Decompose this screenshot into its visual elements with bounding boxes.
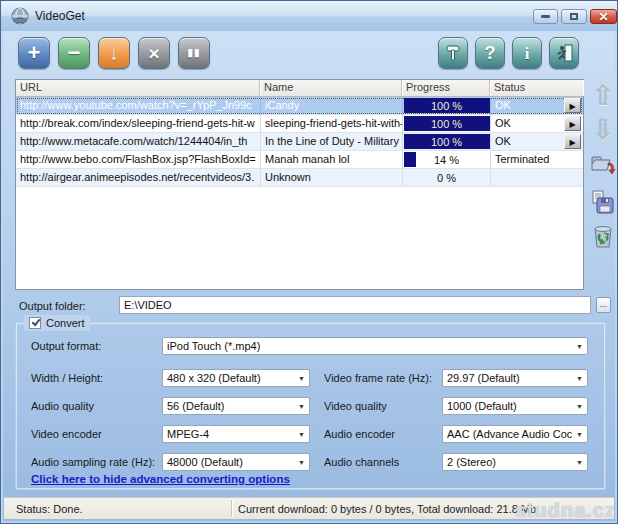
output-folder-input[interactable]: E:\VIDEO xyxy=(119,296,591,314)
move-up-button[interactable]: ⇧ xyxy=(589,81,617,111)
progress-label: 100 % xyxy=(431,118,462,130)
play-button[interactable]: ▶ xyxy=(564,134,581,149)
info-icon: i xyxy=(525,45,530,62)
audio-encoder-select[interactable]: AAC (Advance Audio Coc▼ xyxy=(442,425,588,443)
cell-status xyxy=(490,169,583,186)
status-value: OK xyxy=(495,135,511,147)
videoget-window: VideoGet ✕ + − ↓ × ▮▮ ? i URL Name Progr… xyxy=(0,0,618,524)
cancel-download-button[interactable]: × xyxy=(138,37,170,69)
video-quality-select[interactable]: 1000 (Default)▼ xyxy=(442,397,588,415)
settings-button[interactable] xyxy=(438,37,468,69)
table-row[interactable]: http://www.bebo.com/FlashBox.jsp?FlashBo… xyxy=(16,151,583,169)
question-icon: ? xyxy=(485,44,496,62)
clear-list-button[interactable] xyxy=(589,221,617,251)
selected-value: 2 (Stereo) xyxy=(443,456,572,468)
remove-url-button[interactable]: − xyxy=(58,37,90,69)
progress-label: 0 % xyxy=(437,172,456,184)
cell-status: OK▶ xyxy=(490,115,583,132)
play-button[interactable]: ▶ xyxy=(564,116,581,131)
progress-bar xyxy=(404,152,416,167)
output-format-select[interactable]: iPod Touch (*.mp4)▼ xyxy=(162,337,588,355)
selected-value: 29.97 (Default) xyxy=(443,372,572,384)
cell-url: http://break.com/index/sleeping-friend-g… xyxy=(16,115,260,132)
width-height-select[interactable]: 480 x 320 (Default)▼ xyxy=(162,369,310,387)
app-globe-icon xyxy=(11,7,29,25)
window-title: VideoGet xyxy=(35,9,85,23)
maximize-button[interactable] xyxy=(561,9,587,24)
table-row[interactable]: http://www.metacafe.com/watch/1244404/in… xyxy=(16,133,583,151)
progress-label: 100 % xyxy=(431,100,462,112)
play-button[interactable]: ▶ xyxy=(564,98,581,113)
arrow-down-icon: ⇩ xyxy=(592,117,615,144)
table-row[interactable]: http://www.youtube.com/watch?v=_rYpP_Jn9… xyxy=(16,97,583,115)
column-header-name[interactable]: Name xyxy=(260,80,402,96)
close-icon: ✕ xyxy=(598,11,608,23)
selected-value: 480 x 320 (Default) xyxy=(163,372,294,384)
table-row[interactable]: http://break.com/index/sleeping-friend-g… xyxy=(16,115,583,133)
column-header-progress[interactable]: Progress xyxy=(402,80,490,96)
field-label-audio-channels: Audio channels xyxy=(324,453,399,471)
exit-button[interactable] xyxy=(549,37,579,69)
save-list-button[interactable] xyxy=(589,187,617,217)
cell-name: In the Line of Duty - Military M xyxy=(260,133,402,150)
field-label-audio-sampling-rate-hz: Audio sampling rate (Hz): xyxy=(31,453,155,471)
pause-download-button[interactable]: ▮▮ xyxy=(178,37,210,69)
progress-label: 14 % xyxy=(434,154,459,166)
minimize-icon xyxy=(541,15,550,18)
about-button[interactable]: i xyxy=(512,37,542,69)
cell-progress: 100 % xyxy=(402,97,490,114)
selected-value: 56 (Default) xyxy=(163,400,294,412)
checkbox-checked-icon xyxy=(29,317,41,329)
add-url-button[interactable]: + xyxy=(18,37,50,69)
cell-name: sleeping-friend-gets-hit-with-po xyxy=(260,115,402,132)
play-icon: ▶ xyxy=(565,102,580,110)
minimize-button[interactable] xyxy=(533,9,558,24)
cell-progress: 0 % xyxy=(402,169,490,186)
recycle-bin-icon xyxy=(591,223,615,249)
cell-progress: 100 % xyxy=(402,115,490,132)
chevron-down-icon: ▼ xyxy=(294,375,309,382)
selected-value: MPEG-4 xyxy=(163,428,294,440)
cell-status: OK▶ xyxy=(490,133,583,150)
audio-quality-select[interactable]: 56 (Default)▼ xyxy=(162,397,310,415)
cell-progress: 100 % xyxy=(402,133,490,150)
pause-icon: ▮▮ xyxy=(187,48,200,58)
field-label-video-frame-rate-hz: Video frame rate (Hz): xyxy=(324,369,432,387)
table-row[interactable]: http://airgear.animeepisodes.net/recentv… xyxy=(16,169,583,187)
cell-name: Unknown xyxy=(260,169,402,186)
play-icon: ▶ xyxy=(565,138,580,146)
video-encoder-select[interactable]: MPEG-4▼ xyxy=(162,425,310,443)
help-button[interactable]: ? xyxy=(475,37,505,69)
status-value: OK xyxy=(495,99,511,111)
cell-url: http://airgear.animeepisodes.net/recentv… xyxy=(16,169,260,186)
field-label-video-encoder: Video encoder xyxy=(31,425,102,443)
cell-progress: 14 % xyxy=(402,151,490,168)
field-label-video-quality: Video quality xyxy=(324,397,387,415)
status-text: Status: Done. xyxy=(16,503,83,515)
download-table: URL Name Progress Status http://www.yout… xyxy=(15,79,584,290)
video-frame-rate-hz-select[interactable]: 29.97 (Default)▼ xyxy=(442,369,588,387)
field-label-audio-quality: Audio quality xyxy=(31,397,94,415)
column-header-status[interactable]: Status xyxy=(490,80,583,96)
close-button[interactable]: ✕ xyxy=(590,9,617,24)
statusbar-divider xyxy=(231,500,232,517)
cell-status: OK▶ xyxy=(490,97,583,114)
output-folder-label: Output folder: xyxy=(19,300,86,312)
start-download-button[interactable]: ↓ xyxy=(98,37,130,69)
advanced-options-link[interactable]: Click here to hide advanced converting o… xyxy=(31,473,290,485)
move-down-button[interactable]: ⇩ xyxy=(589,115,617,145)
save-disk-icon xyxy=(591,190,615,214)
chevron-down-icon: ▼ xyxy=(572,431,587,438)
maximize-icon xyxy=(570,13,578,20)
chevron-down-icon: ▼ xyxy=(294,403,309,410)
browse-folder-button[interactable]: ... xyxy=(596,297,611,313)
cell-name: Manah manah lol xyxy=(260,151,402,168)
selected-value: iPod Touch (*.mp4) xyxy=(163,340,572,352)
cell-name: iCandy xyxy=(260,97,402,114)
column-header-url[interactable]: URL xyxy=(16,80,260,96)
field-label-width-height: Width / Height: xyxy=(31,369,103,387)
audio-sampling-rate-hz-select[interactable]: 48000 (Default)▼ xyxy=(162,453,310,471)
convert-checkbox[interactable]: Convert xyxy=(24,315,90,331)
audio-channels-select[interactable]: 2 (Stereo)▼ xyxy=(442,453,588,471)
load-list-button[interactable] xyxy=(589,151,617,181)
